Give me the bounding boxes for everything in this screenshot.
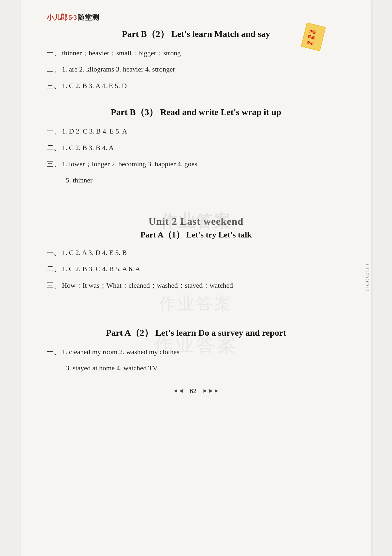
partb2-row-3: 三、 1. C 2. B 3. A 4. E 5. D	[47, 80, 345, 92]
partb3-content-2: 1. C 2. B 3. B 4. A	[62, 142, 345, 154]
parta1-header: Part A（1） Let's try Let's talk	[47, 229, 345, 240]
partb3-prefix-2: 二、	[47, 142, 61, 154]
sticker-decoration: 作业 答案 专用	[299, 22, 328, 53]
page-number: 62	[187, 387, 199, 395]
side-label: HJ170203L1	[364, 264, 369, 292]
unit2-title: Unit 2 Last weekend 作业答案	[47, 216, 345, 227]
partb2-content-3: 1. C 2. B 3. A 4. E 5. D	[62, 80, 345, 92]
logo-label: 随堂测	[78, 13, 99, 22]
parta1-row-3: 三、 How；It was；What；cleaned；washed；stayed…	[47, 279, 345, 291]
logo-brand: 小儿郎	[47, 13, 68, 22]
next-arrows[interactable]: ►►►	[202, 388, 219, 394]
parta1-rows: 一、 1. C 2. A 3. D 4. E 5. B 二、 1. C 2. B…	[47, 247, 345, 291]
partb3-rows: 一、 1. D 2. C 3. B 4. E 5. A 二、 1. C 2. B…	[47, 125, 345, 186]
partb2-prefix-1: 一、	[47, 47, 61, 59]
partb2-header: Part B（2） Let's learn Match and say 作业 答…	[47, 28, 345, 40]
parta1-content-1: 1. C 2. A 3. D 4. E 5. B	[62, 247, 345, 258]
logo-num: 5·3	[69, 14, 77, 21]
partb2-content-2: 1. are 2. kilograms 3. heavier 4. strong…	[62, 63, 345, 75]
prev-arrows[interactable]: ◄◄	[172, 388, 184, 394]
parta1-watermark: 作业答案	[47, 292, 345, 315]
parta2-content-2: 3. stayed at home 4. watched TV	[66, 362, 345, 374]
parta1-row-1: 一、 1. C 2. A 3. D 4. E 5. B	[47, 247, 345, 258]
partb2-prefix-2: 二、	[47, 63, 61, 75]
partb3-prefix-1: 一、	[47, 125, 61, 137]
partb3-content-4: 5. thinner	[66, 174, 345, 186]
parta2-prefix-1: 一、	[47, 346, 61, 358]
parta2-row-1: 一、 1. cleaned my room 2. washed my cloth…	[47, 346, 345, 358]
partb3-content-3: 1. lower；longer 2. becoming 3. happier 4…	[62, 158, 345, 170]
partb3-row-1: 一、 1. D 2. C 3. B 4. E 5. A	[47, 125, 345, 137]
partb3-content-1: 1. D 2. C 3. B 4. E 5. A	[62, 125, 345, 137]
partb3-row-3: 三、 1. lower；longer 2. becoming 3. happie…	[47, 158, 345, 170]
parta1-prefix-3: 三、	[47, 279, 61, 291]
parta1-row-2: 二、 1. C 2. B 3. C 4. B 5. A 6. A	[47, 263, 345, 275]
parta1-content-2: 1. C 2. B 3. C 4. B 5. A 6. A	[62, 263, 345, 275]
parta1-prefix-2: 二、	[47, 263, 61, 275]
parta2-row-2: 3. stayed at home 4. watched TV	[66, 362, 345, 374]
logo-bar: 小儿郎 5·3 随堂测	[47, 13, 345, 22]
page-footer: ◄◄ 62 ►►►	[47, 387, 345, 395]
parta2-header: Part A（2） Let's learn Do a survey and re…	[47, 327, 345, 339]
partb3-row-2: 二、 1. C 2. B 3. B 4. A	[47, 142, 345, 154]
partb2-row-2: 二、 1. are 2. kilograms 3. heavier 4. str…	[47, 63, 345, 75]
parta1-prefix-1: 一、	[47, 247, 61, 258]
partb3-prefix-3: 三、	[47, 158, 61, 170]
parta2-rows: 一、 1. cleaned my room 2. washed my cloth…	[47, 346, 345, 374]
partb2-rows: 一、 thinner；heavier；small；bigger；strong 二…	[47, 47, 345, 92]
partb2-prefix-3: 三、	[47, 80, 61, 92]
partb3-header: Part B（3） Read and write Let's wrap it u…	[47, 106, 345, 118]
parta1-content-3: How；It was；What；cleaned；washed；stayed；wa…	[62, 279, 345, 291]
parta2-content-1: 1. cleaned my room 2. washed my clothes	[62, 346, 345, 358]
partb3-row-4: 5. thinner	[66, 174, 345, 186]
